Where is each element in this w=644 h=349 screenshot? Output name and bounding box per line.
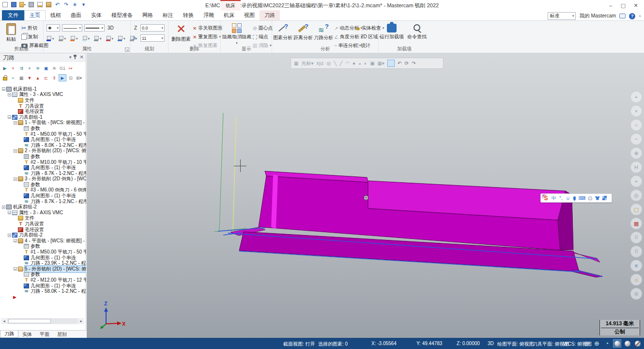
quickmask-brush-icon[interactable]: + (630, 175, 642, 187)
select-polyline-icon[interactable]: ╱ (339, 61, 342, 66)
tab-标注[interactable]: 标注 (158, 10, 178, 20)
tree-item[interactable]: 3 - 外形铣削 (2D 倒角) - [WCS: 俯视 (0, 176, 86, 182)
level-combo[interactable]: 11▾ (140, 34, 165, 42)
handwriting-icon[interactable] (588, 196, 592, 200)
autocursor-mode[interactable]: 光标▾ (301, 60, 313, 67)
quickmask-splines-icon[interactable]: ~ (630, 133, 642, 145)
match-attributes-icon[interactable] (117, 35, 123, 42)
point-style-color-icon[interactable] (46, 35, 52, 42)
my-mastercam-link[interactable]: 我的 Mastercam (579, 13, 616, 19)
run-addin-button[interactable]: 运行加载项 (380, 24, 404, 40)
reselect-icon[interactable]: ⟳ (404, 61, 408, 66)
tree-item[interactable]: 属性 - 3 - AXIS VMC (0, 210, 86, 216)
copy-button[interactable]: 复制 (21, 33, 38, 40)
tree-expander[interactable] (14, 149, 17, 153)
tree-item[interactable]: 1 - 平面铣 - [WCS: 俯视图] - [刀具面 (0, 120, 86, 126)
single-display-icon[interactable]: ▶ (59, 74, 66, 81)
quickmask-meshes-icon[interactable]: ▩ (630, 218, 642, 229)
panel-horizontal-scrollbar[interactable]: ◂ ▸ (1, 318, 84, 324)
quickmask-levels-icon[interactable]: ≡ (630, 260, 642, 271)
voice-input-icon[interactable] (573, 196, 576, 200)
analyze-distance-button[interactable]: ? 距离分析 (293, 24, 313, 41)
window-selection-icon[interactable]: ▦▾ (378, 61, 384, 66)
gview-front-icon[interactable]: ⊕ (593, 339, 601, 348)
close-button[interactable]: ✕ (629, 0, 642, 11)
help-icon[interactable]: ? (629, 13, 635, 19)
tab-转换[interactable]: 转换 (178, 10, 199, 20)
simulator-icon[interactable]: ≋ (50, 64, 58, 72)
tab-实体[interactable]: 实体 (86, 10, 107, 20)
fence-icon[interactable]: ▦ (17, 74, 25, 81)
soft-keyboard-icon[interactable]: ⌨ (579, 195, 585, 201)
select-arc-icon[interactable]: ◠ (345, 61, 350, 66)
endpoints-button[interactable]: 端点 (253, 33, 268, 40)
line-color-icon[interactable] (58, 35, 64, 42)
quickmask-wireframe-icon[interactable]: ⊕ (630, 147, 642, 159)
toolbox-icon[interactable] (602, 196, 607, 200)
cplane-status[interactable]: 绘图平面: 俯视图 (497, 341, 534, 348)
gview-right-icon[interactable]: ◔ (603, 339, 611, 348)
tree-expander[interactable] (8, 115, 11, 119)
tab-视图[interactable]: 视图 (239, 10, 260, 20)
shading-on-icon[interactable] (613, 339, 621, 348)
analyze-toolpath-button[interactable]: ≋? 刀路分析 (314, 24, 333, 41)
maximize-button[interactable]: ▢ (617, 0, 629, 11)
tree-expander[interactable] (14, 121, 17, 125)
tree-expander[interactable] (14, 239, 17, 242)
attributes-dialog-launcher[interactable]: ↘ (125, 48, 129, 52)
display-options-icon[interactable]: ⊞▾ (75, 74, 83, 81)
line-width-combo[interactable]: ▾ (84, 24, 105, 32)
emoji-icon[interactable]: ☺ (566, 195, 570, 201)
center-point-button[interactable]: ⊘圆心点 (253, 25, 273, 32)
delete-duplicates-button[interactable]: ✕重复图形▾ (193, 33, 221, 40)
punctuation-icon[interactable]: °, (559, 195, 563, 201)
manager-tab-实体[interactable]: 实体 (18, 331, 36, 338)
select-line-icon[interactable]: ╲ (334, 61, 337, 66)
tree-item[interactable]: 5 - 外形铣削 (2D) - [WCS: 俯视图] - (0, 266, 86, 272)
toggle-toolpath-display-icon[interactable]: ≈ (9, 74, 17, 81)
fast-point-xyz-icon[interactable]: xyz (316, 61, 323, 66)
tree-expander[interactable] (8, 211, 11, 214)
tree-expander[interactable] (2, 206, 5, 209)
copy-operations-icon[interactable]: ⊡ (67, 74, 75, 81)
quickmask-groups-icon[interactable]: ⠿ (630, 232, 642, 243)
select-quadrant-icon[interactable]: ◒ (358, 61, 361, 66)
tab-曲面[interactable]: 曲面 (66, 10, 86, 20)
scroll-insert-arrow-icon[interactable]: ⇕ (50, 74, 58, 81)
surface-color-icon[interactable] (69, 35, 76, 42)
scrollbar-thumb[interactable] (8, 319, 51, 323)
manager-tab-刀路[interactable]: 刀路 (0, 331, 18, 338)
lock-operations-icon[interactable] (1, 74, 9, 81)
backplot-icon[interactable]: ≋ (34, 64, 42, 72)
regen-dirty-operations-icon[interactable]: × (26, 64, 33, 72)
tab-浮雕[interactable]: 浮雕 (199, 10, 219, 20)
cut-button[interactable]: ✂剪切 (21, 25, 37, 32)
quickmask-color-icon[interactable]: ☼ (630, 274, 642, 286)
tree-expander[interactable] (8, 93, 11, 96)
select-midpoint-icon[interactable]: ◐ (364, 61, 367, 66)
manager-tab-平面[interactable]: 平面 (36, 331, 53, 338)
command-finder-button[interactable]: 命令查找 (405, 24, 429, 40)
quickmask-arcs-icon[interactable]: ○ (630, 119, 642, 131)
delete-non-associative-button[interactable]: ✕非关联图形 (193, 25, 222, 32)
panel-menu-icon[interactable]: ▾ (69, 55, 72, 60)
verify-icon[interactable]: ▣ (42, 64, 50, 72)
sogou-logo-icon[interactable]: S (542, 194, 550, 202)
end-selection-icon[interactable]: ↷ (412, 61, 415, 66)
select-point-icon[interactable]: ● (353, 61, 355, 66)
origin-snap-icon[interactable]: ◎ (326, 61, 331, 66)
quickmask-points-icon[interactable]: × (630, 105, 642, 117)
skin-icon[interactable] (595, 196, 599, 200)
tree-item[interactable]: 属性 - 3 - AXIS VMC (0, 92, 86, 98)
quickmask-solids-icon[interactable]: ▢ (630, 204, 642, 215)
scroll-right-icon[interactable]: ▸ (78, 318, 84, 324)
chinese-mode-icon[interactable]: 中 (552, 195, 556, 202)
high-feed-icon[interactable]: ↦ (67, 64, 75, 72)
quickmask-result-icon[interactable]: ⠿ (630, 246, 642, 257)
manager-tab-层别[interactable]: 层别 (53, 331, 71, 338)
tree-expander[interactable] (8, 234, 11, 237)
tab-主页[interactable]: 主页 (24, 10, 46, 20)
shading-off-icon[interactable] (633, 339, 642, 348)
tree-item[interactable]: 2 - 外形铣削 (2D) - [WCS: 俯视图] - (0, 148, 86, 154)
tree-expander[interactable] (14, 177, 17, 181)
